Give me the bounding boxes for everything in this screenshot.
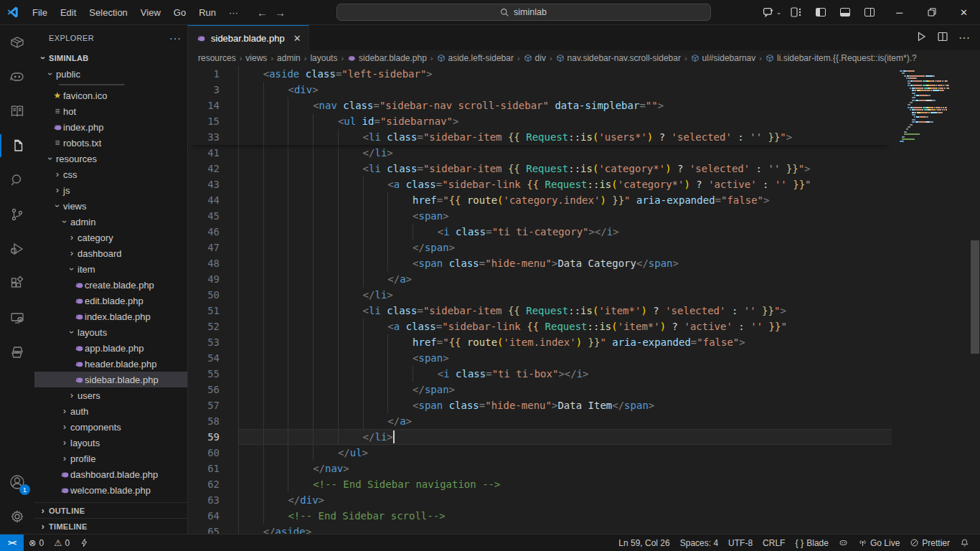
minimize-button[interactable]: ─: [883, 0, 915, 24]
tree-folder-auth[interactable]: ›auth: [34, 403, 187, 419]
code-line[interactable]: 55 <i class="ti ti-box"></i>: [188, 366, 892, 382]
copilot-chat-icon[interactable]: ⌄: [761, 3, 783, 22]
code-line[interactable]: 48 <span class="hide-menu">Data Category…: [188, 255, 892, 271]
outline-section[interactable]: › OUTLINE: [34, 502, 187, 518]
restore-button[interactable]: [915, 0, 948, 24]
run-file-icon[interactable]: [915, 31, 927, 45]
explorer-actions-icon[interactable]: ···: [169, 32, 182, 44]
tree-folder-item[interactable]: ›item: [34, 261, 187, 277]
menu-item-[interactable]: ···: [223, 5, 244, 20]
sticky-line[interactable]: 3 <div>: [188, 82, 892, 98]
breadcrumb-item[interactable]: layouts: [310, 53, 337, 63]
sticky-line[interactable]: 1 <aside class="left-sidebar">: [188, 66, 892, 82]
code-line[interactable]: 63 </div>: [188, 492, 892, 508]
status-0[interactable]: ⊗0: [24, 537, 49, 548]
tree-file-sidebar-blade-php[interactable]: sidebar.blade.php: [34, 372, 187, 387]
tree-folder-category[interactable]: ›category: [34, 230, 187, 245]
breadcrumb-item[interactable]: views: [245, 53, 267, 63]
forward-arrow-icon[interactable]: →: [275, 6, 286, 19]
status-spaces-4[interactable]: Spaces: 4: [675, 538, 723, 548]
status-0[interactable]: ⚠0: [49, 537, 75, 548]
tree-file-dashboard-blade-php[interactable]: dashboard.blade.php: [34, 466, 187, 482]
code-line[interactable]: 46 <i class="ti ti-category"></i>: [188, 224, 892, 240]
sticky-line[interactable]: 15 <ul id="sidebarnav">: [188, 113, 892, 129]
tree-file-index-php[interactable]: index.php: [34, 119, 187, 135]
settings-gear-icon[interactable]: [0, 499, 34, 534]
menu-item-go[interactable]: Go: [168, 5, 192, 20]
tab-sidebar-blade-php[interactable]: sidebar.blade.php ✕: [188, 25, 309, 50]
status-utf-8[interactable]: UTF-8: [723, 538, 758, 548]
code-line[interactable]: 53 href="{{ route('item.index') }}" aria…: [188, 334, 892, 350]
breadcrumb-item[interactable]: aside.left-sidebar: [437, 53, 514, 63]
tree-folder-public[interactable]: ›public: [34, 66, 187, 82]
split-editor-icon[interactable]: [937, 31, 948, 45]
code-line[interactable]: 61 </nav>: [188, 461, 892, 476]
s-extension-icon[interactable]: [0, 335, 34, 369]
tree-folder-views[interactable]: ›views: [34, 198, 187, 214]
breadcrumb-item[interactable]: li.sidebar-item.{{.Request::is(item*).?: [765, 53, 917, 63]
tree-folder-components[interactable]: ›components: [34, 419, 187, 435]
sticky-line[interactable]: 14 <nav class="sidebar-nav scroll-sideba…: [188, 98, 892, 113]
code-line[interactable]: 56 </span>: [188, 382, 892, 397]
workspace-root[interactable]: › SIMINLAB: [34, 50, 187, 66]
breadcrumb-item[interactable]: ul#sidebarnav: [691, 53, 756, 63]
code-editor[interactable]: 1 <aside class="left-sidebar">3 <div>14 …: [188, 66, 980, 534]
status-crlf[interactable]: CRLF: [758, 538, 790, 548]
code-line[interactable]: 62 <!-- End Sidebar navigation -->: [188, 476, 892, 492]
toggle-panel-icon[interactable]: [834, 3, 856, 22]
tree-folder-layouts[interactable]: ›layouts: [34, 435, 187, 451]
tree-file-welcome-blade-php[interactable]: welcome.blade.php: [34, 482, 187, 498]
menu-item-selection[interactable]: Selection: [83, 5, 133, 20]
source-control-icon[interactable]: [0, 197, 34, 232]
minimap[interactable]: [892, 66, 970, 534]
breadcrumb-item[interactable]: resources: [198, 53, 236, 63]
status-lightning-icon[interactable]: [75, 538, 94, 547]
run-debug-icon[interactable]: [0, 232, 34, 266]
code-line[interactable]: 43 <a class="sidebar-link {{ Request::is…: [188, 176, 892, 192]
tree-folder-users[interactable]: ›users: [34, 387, 187, 403]
tree-file-robots-txt[interactable]: ≡robots.txt: [34, 135, 187, 151]
tree-folder-layouts[interactable]: ›layouts: [34, 324, 187, 340]
toggle-secondary-sidebar-icon[interactable]: [859, 3, 880, 22]
tab-close-icon[interactable]: ✕: [293, 33, 301, 44]
tree-file-edit-blade-php[interactable]: edit.blade.php: [34, 293, 187, 309]
scrollbar-thumb[interactable]: [971, 240, 979, 354]
code-line[interactable]: 60 </ul>: [188, 445, 892, 461]
code-line[interactable]: 52 <a class="sidebar-link {{ Request::is…: [188, 319, 892, 334]
tree-file-app-blade-php[interactable]: app.blade.php: [34, 340, 187, 356]
breadcrumb-item[interactable]: div: [524, 53, 546, 63]
back-arrow-icon[interactable]: ←: [257, 6, 268, 19]
status-copilot-icon[interactable]: [834, 538, 853, 547]
command-center-search[interactable]: siminlab: [336, 4, 711, 21]
sticky-line[interactable]: 33 <li class="sidebar-item {{ Request::i…: [188, 129, 892, 145]
book-icon[interactable]: [0, 94, 34, 128]
status-prettier[interactable]: Prettier: [905, 538, 955, 548]
status-remote-icon[interactable]: ><: [0, 534, 24, 551]
customize-layout-icon[interactable]: [786, 3, 807, 22]
search-icon[interactable]: [0, 163, 34, 197]
close-button[interactable]: ✕: [948, 0, 980, 24]
explorer-icon[interactable]: [0, 128, 34, 163]
status-bell-icon[interactable]: [955, 538, 974, 547]
code-line[interactable]: 65 </aside>: [188, 524, 892, 534]
code-line[interactable]: 59 </li>: [188, 429, 892, 445]
status-ln-59-col-26[interactable]: Ln 59, Col 26: [613, 538, 674, 548]
status-blade[interactable]: { }Blade: [790, 538, 834, 548]
code-line[interactable]: 44 href="{{ route('category.index') }}" …: [188, 192, 892, 208]
tree-file-hot[interactable]: ≡hot: [34, 103, 187, 119]
code-line[interactable]: 64 <!-- End Sidebar scroll-->: [188, 508, 892, 524]
tree-folder-profile[interactable]: ›profile: [34, 451, 187, 466]
remote-explorer-icon[interactable]: [0, 301, 34, 335]
tree-folder-css[interactable]: ›css: [34, 166, 187, 182]
breadcrumb-item[interactable]: nav.sidebar-nav.scroll-sidebar: [556, 53, 681, 63]
code-line[interactable]: 41 </li>: [188, 145, 892, 161]
container-box-icon[interactable]: [0, 25, 34, 60]
code-line[interactable]: 51 <li class="sidebar-item {{ Request::i…: [188, 303, 892, 319]
tree-file-favicon-ico[interactable]: ★favicon.ico: [34, 88, 187, 103]
tree-folder-dashboard[interactable]: ›dashboard: [34, 245, 187, 261]
toggle-primary-sidebar-icon[interactable]: [810, 3, 831, 22]
tree-folder-admin[interactable]: ›admin: [34, 214, 187, 230]
tree-file-index-blade-php[interactable]: index.blade.php: [34, 309, 187, 324]
code-line[interactable]: 49 </a>: [188, 271, 892, 287]
menu-item-view[interactable]: View: [135, 5, 166, 20]
